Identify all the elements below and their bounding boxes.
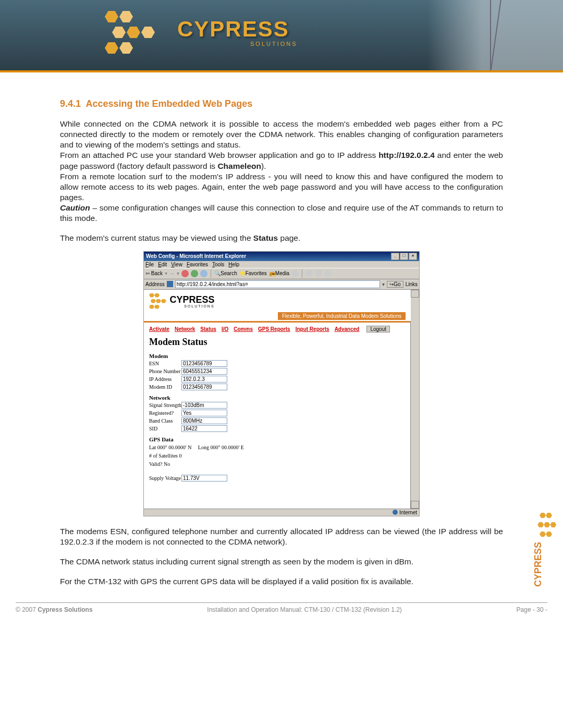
minimize-button[interactable]: _ <box>391 253 399 260</box>
nav-input-reports[interactable]: Input Reports <box>296 326 329 332</box>
footer-right: Page - 30 - <box>517 606 547 613</box>
close-button[interactable]: × <box>409 253 417 260</box>
nav-status[interactable]: Status <box>200 326 216 332</box>
window-title: Web Config - Microsoft Internet Explorer <box>146 253 246 259</box>
row-ip: IP Address <box>149 376 406 382</box>
menu-view[interactable]: View <box>171 262 182 267</box>
page-header: CYPRESS SOLUTIONS Flexible, Powerful, In… <box>144 290 411 321</box>
body-text-bottom: The modems ESN, configured telephone num… <box>60 526 503 587</box>
para-3: From a remote location surf to the modem… <box>60 171 503 203</box>
section-network: Network <box>149 394 406 401</box>
gps-valid: Valid? No <box>149 461 170 467</box>
ip-field[interactable] <box>181 376 227 382</box>
scrollbar[interactable] <box>410 290 419 509</box>
section-number: 9.4.1 <box>60 98 81 109</box>
address-label: Address <box>145 281 165 287</box>
back-button[interactable]: ⇦ Back <box>145 270 163 276</box>
window-titlebar: Web Config - Microsoft Internet Explorer… <box>144 252 419 261</box>
menu-help[interactable]: Help <box>228 262 239 267</box>
address-input[interactable] <box>175 280 381 288</box>
section-gps: GPS Data <box>149 436 406 442</box>
section-modem: Modem <box>149 353 406 359</box>
page-body: Modem Status Modem ESN Phone Number IP A… <box>144 337 411 488</box>
maximize-button[interactable]: □ <box>400 253 408 260</box>
footer-center: Installation and Operation Manual: CTM-1… <box>207 606 402 613</box>
menu-file[interactable]: File <box>145 262 154 267</box>
status-zone: Internet <box>393 510 417 515</box>
row-modemid: Modem ID <box>149 384 406 390</box>
page-hex-icon <box>149 293 166 310</box>
menu-tools[interactable]: Tools <box>212 262 224 267</box>
body-text: While connected on the CDMA network it i… <box>60 119 503 244</box>
nav-activate[interactable]: Activate <box>149 326 169 332</box>
browser-screenshot: Web Config - Microsoft Internet Explorer… <box>144 252 419 516</box>
page-brand: CYPRESS SOLUTIONS <box>170 294 215 308</box>
history-icon[interactable] <box>291 270 299 277</box>
side-brand-text: CYPRESS <box>533 542 544 587</box>
signal-field[interactable] <box>181 402 227 409</box>
internet-zone-icon <box>393 510 398 515</box>
modemid-field[interactable] <box>181 384 227 390</box>
print-icon[interactable] <box>315 270 322 277</box>
band-field[interactable] <box>181 417 227 424</box>
logout-button[interactable]: Logout <box>366 326 390 332</box>
row-band: Band Class <box>149 417 406 424</box>
row-supply: Supply Voltage <box>149 475 406 482</box>
page-nav: Activate Network Status I/O Comms GPS Re… <box>144 323 411 336</box>
para-1: While connected on the CDMA network it i… <box>60 119 503 150</box>
nav-advanced[interactable]: Advanced <box>335 326 360 332</box>
menu-edit[interactable]: Edit <box>158 262 167 267</box>
row-sid: SID <box>149 425 406 432</box>
nav-gps-reports[interactable]: GPS Reports <box>258 326 290 332</box>
go-button[interactable]: ↪Go <box>387 281 403 288</box>
stop-icon[interactable] <box>181 270 189 277</box>
page-heading: Modem Status <box>149 337 406 348</box>
gps-block: Lat 000° 00.0000' N Long 000° 00.0000' E… <box>149 443 406 468</box>
side-hex-icon <box>533 511 559 539</box>
nav-network[interactable]: Network <box>175 326 195 332</box>
para-caution: Caution – some configuration changes wil… <box>60 203 503 224</box>
para-2: From an attached PC use your standard We… <box>60 150 503 171</box>
para-6: The modems ESN, configured telephone num… <box>60 526 503 547</box>
favorites-button[interactable]: ⭐Favorites <box>239 270 267 276</box>
row-phone: Phone Number <box>149 368 406 375</box>
footer: © 2007 Cypress Solutions Installation an… <box>16 602 547 629</box>
gps-sats: # of Satellites 0 <box>149 453 182 459</box>
edit-icon[interactable] <box>324 270 332 277</box>
links-label[interactable]: Links <box>406 281 418 287</box>
esn-field[interactable] <box>181 360 227 367</box>
menu-favorites[interactable]: Favorites <box>187 262 208 267</box>
para-7: The CDMA network status including curren… <box>60 557 503 567</box>
row-registered: Registered? <box>149 410 406 416</box>
banner-photo <box>427 0 563 70</box>
mail-icon[interactable] <box>305 270 313 277</box>
para-8: For the CTM-132 with GPS the current GPS… <box>60 576 503 587</box>
search-button[interactable]: 🔍Search <box>214 270 237 276</box>
nav-io[interactable]: I/O <box>222 326 228 332</box>
gps-lat: Lat 000° 00.0000' N <box>149 445 191 450</box>
row-esn: ESN <box>149 360 406 367</box>
window-buttons: _ □ × <box>390 253 417 260</box>
supply-field[interactable] <box>181 475 227 482</box>
footer-left: © 2007 Cypress Solutions <box>16 606 93 613</box>
forward-button[interactable]: → <box>169 270 175 276</box>
sid-field[interactable] <box>181 425 227 432</box>
address-bar: Address ▾ ↪Go Links <box>144 279 419 290</box>
nav-comms[interactable]: Comms <box>234 326 253 332</box>
status-left <box>146 510 148 515</box>
hex-logo-icon <box>104 10 167 57</box>
toolbar: ⇦ Back ▾ → ▾ 🔍Search ⭐Favorites 📻Media <box>144 268 419 279</box>
media-button[interactable]: 📻Media <box>269 270 289 276</box>
ie-icon <box>167 281 173 287</box>
brand-sub: SOLUTIONS <box>250 41 298 47</box>
registered-field[interactable] <box>181 410 227 416</box>
page-tagline: Flexible, Powerful, Industrial Data Mode… <box>278 312 406 320</box>
para-5: The modem's current status may be viewed… <box>60 233 503 243</box>
side-logo: CYPRESS <box>533 511 559 587</box>
home-icon[interactable] <box>200 270 207 277</box>
phone-field[interactable] <box>181 368 227 375</box>
refresh-icon[interactable] <box>191 270 198 277</box>
row-signal: Signal Strength <box>149 402 406 409</box>
section-heading: 9.4.1 Accessing the Embedded Web Pages <box>60 98 503 109</box>
brand-name: CYPRESS <box>177 17 289 42</box>
